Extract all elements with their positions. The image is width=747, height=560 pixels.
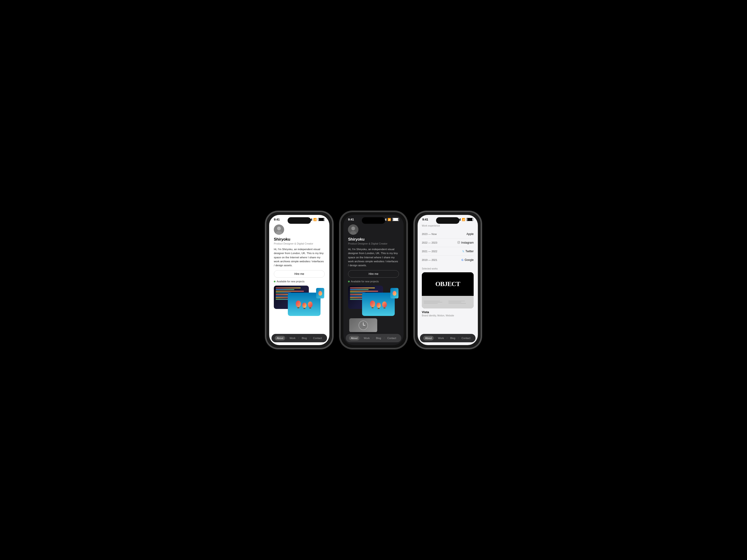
apple-company: Apple (465, 232, 474, 236)
bio-text-light: Hi, I'm Shiryoku, an independent visual … (274, 247, 325, 267)
google-icon: G (462, 259, 464, 261)
dynamic-island-work (436, 217, 459, 224)
nav-work-dark[interactable]: Work (362, 336, 371, 341)
avatar-svg-dark (348, 224, 358, 235)
balloon-image-dark (362, 293, 395, 316)
nav-contact-light[interactable]: Contact (311, 336, 324, 341)
bottom-nav-work: About / Work / Blog / Contact (420, 334, 475, 342)
clock-face (359, 321, 368, 330)
svg-point-8 (459, 242, 460, 242)
twitter-years: 2021 — 2022 (422, 250, 437, 253)
status-time-dark: 9:41 (348, 218, 354, 221)
available-dot (274, 281, 276, 282)
svg-point-4 (351, 226, 355, 230)
screen-dark: 9:41 📶 ███ (343, 215, 404, 345)
profile-name-light: Shiryoku (274, 237, 325, 242)
balloon-small-light (316, 288, 324, 298)
balloon-1 (296, 300, 301, 308)
screen-content-dark: Shiryoku Product Designer & Digital Crea… (343, 222, 404, 332)
phone-dark: 9:41 📶 ███ (340, 211, 407, 349)
svg-point-1 (277, 226, 281, 230)
status-bar-work: 9:41 📶 ███ (418, 215, 478, 222)
nav-about-light[interactable]: About (275, 336, 285, 341)
balloon-image-light (288, 293, 320, 316)
svg-rect-6 (458, 241, 460, 244)
wifi-icon: 📶 (313, 218, 317, 221)
work-item-twitter: 2021 — 2022 𝕏 Twitter (422, 247, 474, 256)
nav-blog-light[interactable]: Blog (300, 336, 309, 341)
balloon-2 (302, 303, 307, 309)
nav-about-dark[interactable]: About (349, 336, 360, 341)
google-company: G Google (462, 258, 474, 262)
images-area-light (274, 286, 325, 332)
nav-blog-dark[interactable]: Blog (374, 336, 383, 341)
twitter-icon: 𝕏 (462, 250, 464, 253)
available-light: Available for new projects (274, 280, 325, 283)
hire-btn-light[interactable]: Hire me (274, 270, 325, 278)
avatar-svg (274, 224, 284, 235)
bottom-nav-light: About / Work / Blog / Contact (272, 334, 327, 342)
vista-title: Vista (422, 310, 474, 314)
profile-name-dark: Shiryoku (348, 237, 399, 242)
status-bar-dark: 9:41 📶 ███ (343, 215, 404, 222)
clock-image-dark (349, 318, 377, 332)
battery-icon-work: ███ (466, 218, 473, 221)
work-experience-content: Work experience 2023 — Now Apple 2022 — … (418, 222, 478, 332)
google-years: 2019 — 2021 (422, 259, 437, 261)
battery-icon: ███ (318, 218, 325, 221)
status-time-work: 9:41 (422, 218, 428, 221)
nav-about-work[interactable]: About (423, 336, 434, 341)
profile-title-light: Product Designer & Digital Creator (274, 242, 325, 245)
profile-title-dark: Product Designer & Digital Creator (348, 242, 399, 245)
bottom-nav-dark: About / Work / Blog / Contact (346, 334, 401, 342)
work-item-apple: 2023 — Now Apple (422, 230, 474, 238)
vista-subtitle: Brand Identity, Motion, Website (422, 314, 474, 317)
apple-years: 2023 — Now (422, 233, 437, 235)
battery-icon-dark: ███ (392, 218, 399, 221)
avatar-dark (348, 224, 358, 235)
screen-work: 9:41 📶 ███ Work experience (418, 215, 478, 345)
instagram-years: 2022 — 2023 (422, 241, 437, 244)
avatar-light (274, 224, 284, 235)
nav-contact-dark[interactable]: Contact (385, 336, 398, 341)
balloon-small-dark (390, 288, 398, 298)
status-icons-dark: 📶 ███ (383, 218, 399, 221)
selected-works-label: Selected works (422, 267, 474, 270)
available-dark: Available for new projects (348, 280, 399, 283)
available-dot-dark (348, 281, 350, 282)
work-item-instagram: 2022 — 2023 Instagram (422, 238, 474, 247)
phone-light: 9:41 📶 ███ (265, 211, 333, 349)
wifi-icon-work: 📶 (462, 218, 465, 221)
status-bar-light: 9:41 📶 ███ (269, 215, 329, 222)
twitter-company: 𝕏 Twitter (462, 250, 474, 253)
nav-blog-work[interactable]: Blog (448, 336, 457, 341)
instagram-company: Instagram (457, 241, 474, 244)
hire-btn-dark[interactable]: Hire me (348, 270, 399, 278)
screen-light: 9:41 📶 ███ (269, 215, 329, 345)
screen-content-light: Shiryoku Product Designer & Digital Crea… (269, 222, 329, 332)
phones-container: 9:41 📶 ███ (265, 211, 482, 349)
avatar-image (274, 224, 284, 235)
work-card-vista[interactable]: OBJECT (422, 272, 474, 309)
dynamic-island (288, 217, 311, 224)
nav-work-light[interactable]: Work (288, 336, 297, 341)
nav-contact-work[interactable]: Contact (460, 336, 472, 341)
object-text: OBJECT (435, 280, 460, 288)
balloon-3 (308, 301, 313, 309)
dynamic-island-dark (362, 217, 385, 224)
wifi-icon-dark: 📶 (387, 218, 391, 221)
work-experience-label: Work experience (422, 224, 474, 227)
work-item-google: 2019 — 2021 G Google (422, 256, 474, 264)
status-icons-work: 📶 ███ (457, 218, 473, 221)
nav-work-work[interactable]: Work (436, 336, 446, 341)
instagram-icon (457, 241, 460, 244)
bio-text-dark: Hi, I'm Shiryoku, an independent visual … (348, 247, 399, 267)
svg-point-7 (458, 242, 459, 243)
status-icons: 📶 ███ (309, 218, 325, 221)
images-area-dark (348, 286, 399, 332)
status-time: 9:41 (274, 218, 280, 221)
phone-work: 9:41 📶 ███ Work experience (414, 211, 482, 349)
